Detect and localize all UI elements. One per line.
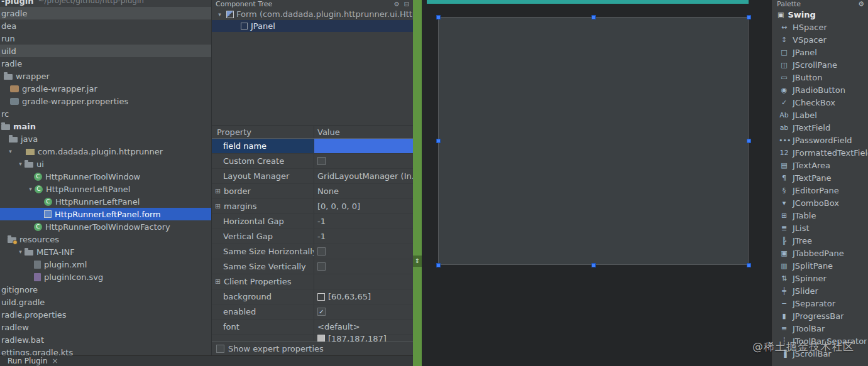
- palette-item-jbutton[interactable]: ▭JButton: [773, 71, 868, 83]
- palette-item-jseparator[interactable]: ─JSeparator: [773, 297, 868, 309]
- project-tree-item[interactable]: ▾com.dadada.plugin.httprunner: [0, 145, 211, 158]
- selection-handle[interactable]: [747, 263, 751, 267]
- project-tree-item[interactable]: resources: [0, 233, 211, 245]
- project-tree-item[interactable]: gradle: [0, 7, 211, 19]
- property-row[interactable]: Horizontal Gap-1: [212, 214, 413, 229]
- project-tree-item[interactable]: run: [0, 32, 211, 45]
- project-tree-item[interactable]: radlew: [0, 321, 211, 333]
- expand-icon[interactable]: ⊞: [214, 202, 222, 210]
- project-tree-item[interactable]: ▾CHttpRunnerLeftPanel: [0, 183, 211, 195]
- property-row[interactable]: Layout ManagerGridLayoutManager (In...: [212, 169, 413, 184]
- project-tree-item[interactable]: gradle-wrapper.properties: [0, 95, 211, 107]
- palette-item-jpasswordfield[interactable]: •••JPasswordField: [773, 134, 868, 146]
- project-tree-item[interactable]: ettings.gradle.kts: [0, 346, 211, 355]
- property-row[interactable]: Vertical Gap-1: [212, 229, 413, 244]
- property-row[interactable]: font<default>: [212, 320, 413, 335]
- property-row[interactable]: field name: [212, 139, 413, 154]
- selection-handle[interactable]: [436, 263, 441, 267]
- property-row[interactable]: [187,187,187]: [212, 335, 413, 342]
- expand-icon[interactable]: ⊞: [214, 277, 222, 286]
- project-tree-item[interactable]: CHttpRunnerToolWindow: [0, 170, 211, 183]
- project-tree-item[interactable]: radle: [0, 57, 211, 70]
- palette-item-jtable[interactable]: ⊞JTable: [773, 209, 868, 222]
- property-row[interactable]: ⊞borderNone: [212, 184, 413, 199]
- checkbox[interactable]: [317, 247, 326, 256]
- property-value-editor[interactable]: [314, 139, 413, 153]
- selection-handle[interactable]: [747, 15, 751, 19]
- palette-item-jtabbedpane[interactable]: ▣JTabbedPane: [773, 247, 868, 259]
- property-row[interactable]: ⊞Client Properties: [212, 274, 413, 289]
- project-tree-item[interactable]: HttpRunnerLeftPanel.form: [0, 208, 211, 220]
- property-value-cell: [314, 274, 413, 289]
- property-row[interactable]: ⊞margins[0, 0, 0, 0]: [212, 199, 413, 214]
- project-tree-item[interactable]: rc: [0, 107, 211, 120]
- close-icon[interactable]: [52, 357, 58, 365]
- palette-item-jprogressbar[interactable]: ▮JProgressBar: [773, 309, 868, 322]
- palette-item-jpanel[interactable]: □JPanel: [773, 46, 868, 58]
- run-plugin-tab[interactable]: Run Plugin: [8, 357, 58, 365]
- palette-item-vspacer[interactable]: ↕VSpacer: [773, 33, 868, 46]
- component-tree-item[interactable]: ▾Form (com.dadada.plugin.httprunner.ui.H…: [212, 8, 413, 20]
- palette-item-jeditorpane[interactable]: §JEditorPane: [773, 184, 868, 196]
- selection-handle[interactable]: [436, 139, 441, 143]
- palette-item-jtextarea[interactable]: ▤JTextArea: [773, 159, 868, 171]
- tree-item-label: radlew: [1, 323, 29, 332]
- design-surface[interactable]: [413, 0, 772, 366]
- property-row[interactable]: Same Size Vertically: [212, 259, 413, 274]
- palette-item-jspinner[interactable]: ⇅JSpinner: [773, 272, 868, 284]
- project-tree-item[interactable]: dea: [0, 19, 211, 32]
- project-tree-item[interactable]: gradle-wrapper.jar: [0, 82, 211, 95]
- palette-item-jcombobox[interactable]: ▾JComboBox: [773, 196, 868, 209]
- project-tree-item[interactable]: uild: [0, 45, 211, 57]
- checkbox[interactable]: [317, 262, 326, 271]
- selection-handle[interactable]: [436, 15, 441, 19]
- designed-jpanel[interactable]: [438, 17, 749, 265]
- project-tree-item[interactable]: radle.properties: [0, 308, 211, 321]
- palette-item-jtoolbar[interactable]: ≡JToolBar: [773, 322, 868, 335]
- project-tree-item[interactable]: uild.gradle: [0, 296, 211, 308]
- palette-item-jradiobutton[interactable]: ◉JRadioButton: [773, 83, 868, 96]
- selection-handle[interactable]: [591, 15, 596, 19]
- project-tree-item[interactable]: plugin.xml: [0, 258, 211, 271]
- project-tree-item[interactable]: CHttpRunnerToolWindowFactory: [0, 220, 211, 233]
- palette-item-jtextfield[interactable]: abJTextField: [773, 121, 868, 134]
- project-tree-item[interactable]: ▾META-INF: [0, 245, 211, 258]
- checkbox[interactable]: ✓: [317, 308, 326, 316]
- palette-item-hspacer[interactable]: ↔HSpacer: [773, 21, 868, 33]
- palette-group-swing[interactable]: Swing: [773, 8, 868, 21]
- project-tree-item[interactable]: radlew.bat: [0, 333, 211, 346]
- palette-gear-icon[interactable]: [858, 0, 864, 8]
- palette-item-jtree[interactable]: ╠JTree: [773, 234, 868, 247]
- project-tree-item[interactable]: java: [0, 132, 211, 145]
- hide-panel-icon[interactable]: [404, 1, 409, 8]
- palette-item-jslider[interactable]: ╪JSlider: [773, 284, 868, 297]
- property-row[interactable]: Same Size Horizontally: [212, 244, 413, 259]
- palette-item-jsplitpane[interactable]: ▥JSplitPane: [773, 259, 868, 272]
- project-root-item[interactable]: -plugin~/project/github/http-plugin: [0, 0, 211, 7]
- property-row[interactable]: enabled✓: [212, 304, 413, 320]
- palette-item-jlabel[interactable]: AbJLabel: [773, 109, 868, 121]
- color-swatch[interactable]: [317, 293, 325, 301]
- component-tree-item[interactable]: JPanel: [212, 20, 413, 32]
- splitter-handle-icon[interactable]: [413, 256, 422, 267]
- show-expert-properties-checkbox[interactable]: [216, 345, 224, 353]
- project-tree-item[interactable]: gitignore: [0, 283, 211, 296]
- project-tree-item[interactable]: wrapper: [0, 70, 211, 82]
- project-tree-item[interactable]: main: [0, 120, 211, 132]
- property-row[interactable]: background[60,63,65]: [212, 289, 413, 304]
- selection-handle[interactable]: [747, 139, 751, 143]
- selection-handle[interactable]: [591, 263, 596, 267]
- settings-gear-icon[interactable]: [394, 1, 400, 8]
- property-row[interactable]: Custom Create: [212, 154, 413, 169]
- expand-icon[interactable]: ⊞: [214, 187, 222, 195]
- palette-item-jcheckbox[interactable]: ✓JCheckBox: [773, 96, 868, 109]
- project-tree-item[interactable]: CHttpRunnerLeftPanel: [0, 195, 211, 208]
- project-tree-item[interactable]: ▾ui: [0, 158, 211, 170]
- checkbox[interactable]: [317, 157, 326, 165]
- palette-item-jformattedtextfield[interactable]: 12JFormattedTextField: [773, 146, 868, 159]
- color-swatch[interactable]: [317, 335, 325, 342]
- palette-item-jtextpane[interactable]: ¶JTextPane: [773, 171, 868, 184]
- project-tree-item[interactable]: pluginIcon.svg: [0, 271, 211, 283]
- palette-item-jlist[interactable]: ≣JList: [773, 222, 868, 234]
- palette-item-jscrollpane[interactable]: ◫JScrollPane: [773, 58, 868, 71]
